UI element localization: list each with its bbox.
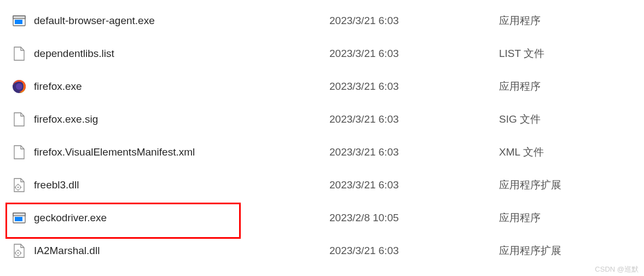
file-date: 2023/3/21 6:03 [329, 113, 499, 125]
file-name-column: default-browser-agent.exe [12, 14, 329, 28]
file-row[interactable]: default-browser-agent.exe2023/3/21 6:03应… [0, 4, 644, 37]
file-list: default-browser-agent.exe2023/3/21 6:03应… [0, 0, 644, 272]
file-row[interactable]: IA2Marshal.dll2023/3/21 6:03应用程序扩展 [0, 234, 644, 267]
file-name: dependentlibs.list [34, 48, 114, 60]
svg-point-15 [18, 252, 19, 254]
svg-rect-12 [13, 213, 25, 216]
file-row[interactable]: freebl3.dll2023/3/21 6:03应用程序扩展 [0, 169, 644, 202]
file-name-column: dependentlibs.list [12, 47, 329, 61]
dll-icon [12, 178, 26, 192]
file-row[interactable]: firefox.exe.sig2023/3/21 6:03SIG 文件 [0, 103, 644, 136]
svg-rect-2 [15, 20, 22, 24]
file-type: 应用程序 [499, 211, 644, 225]
watermark: CSDN @巡默 [595, 264, 639, 274]
file-name-column: geckodriver.exe [12, 211, 329, 225]
file-name: default-browser-agent.exe [34, 15, 155, 27]
file-date: 2023/3/21 6:03 [329, 15, 499, 27]
file-type: 应用程序 [499, 14, 644, 28]
file-name: firefox.exe.sig [34, 113, 98, 125]
file-row[interactable]: geckodriver.exe2023/2/8 10:05应用程序 [0, 202, 644, 234]
file-name-column: IA2Marshal.dll [12, 244, 329, 258]
exe-icon [12, 14, 26, 28]
file-name: freebl3.dll [34, 179, 79, 191]
file-date: 2023/2/8 10:05 [329, 212, 499, 224]
dll-icon [12, 244, 26, 258]
file-name-column: firefox.VisualElementsManifest.xml [12, 145, 329, 159]
svg-point-6 [18, 187, 19, 188]
file-name-column: freebl3.dll [12, 178, 329, 192]
file-row[interactable]: firefox.VisualElementsManifest.xml2023/3… [0, 136, 644, 169]
file-name: firefox.VisualElementsManifest.xml [34, 146, 195, 158]
svg-point-4 [16, 83, 22, 90]
blank-icon [12, 145, 26, 159]
file-name-column: firefox.exe.sig [12, 112, 329, 127]
file-date: 2023/3/21 6:03 [329, 179, 499, 191]
file-type: SIG 文件 [499, 112, 644, 127]
svg-rect-13 [15, 217, 22, 221]
file-row[interactable]: dependentlibs.list2023/3/21 6:03LIST 文件 [0, 37, 644, 70]
file-type: 应用程序扩展 [499, 178, 644, 192]
file-date: 2023/3/21 6:03 [329, 245, 499, 257]
file-type: XML 文件 [499, 145, 644, 159]
file-type: 应用程序 [499, 79, 644, 94]
file-name: IA2Marshal.dll [34, 245, 100, 257]
svg-rect-1 [13, 16, 25, 19]
file-date: 2023/3/21 6:03 [329, 146, 499, 158]
file-name: geckodriver.exe [34, 212, 107, 224]
file-name-column: firefox.exe [12, 79, 329, 94]
blank-icon [12, 47, 26, 61]
file-type: LIST 文件 [499, 47, 644, 61]
file-date: 2023/3/21 6:03 [329, 48, 499, 60]
file-date: 2023/3/21 6:03 [329, 81, 499, 93]
file-type: 应用程序扩展 [499, 244, 644, 258]
firefox-icon [12, 79, 26, 94]
exe-icon [12, 211, 26, 225]
file-name: firefox.exe [34, 81, 82, 93]
file-row[interactable]: firefox.exe2023/3/21 6:03应用程序 [0, 70, 644, 103]
blank-icon [12, 112, 26, 127]
